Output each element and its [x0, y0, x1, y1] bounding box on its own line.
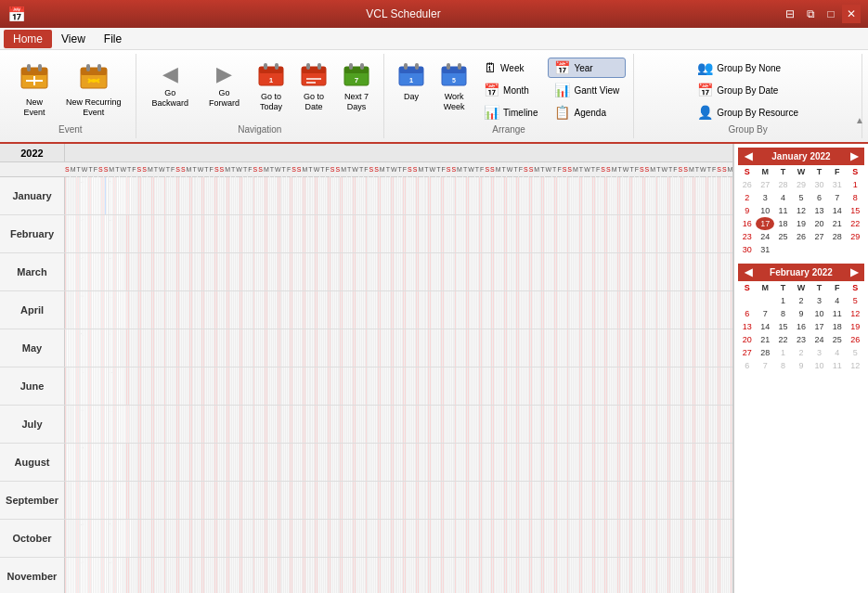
new-event-button[interactable]: NewEvent [13, 58, 56, 122]
mini-day-cell[interactable]: 16 [792, 320, 810, 333]
mini-day-cell[interactable]: 28 [756, 346, 773, 359]
day-button[interactable]: 1 Day [392, 58, 431, 107]
mini-day-cell[interactable]: 30 [738, 243, 756, 256]
mini-day-cell[interactable] [774, 243, 792, 256]
mini-day-cell[interactable]: 5 [847, 346, 864, 359]
mini-day-cell[interactable]: 30 [810, 178, 828, 191]
mini-day-cell[interactable]: 14 [828, 204, 846, 217]
mini-day-cell[interactable]: 27 [810, 230, 828, 243]
mini-day-cell[interactable]: 24 [756, 230, 773, 243]
mini-day-cell[interactable]: 2 [792, 346, 810, 359]
mini-day-cell[interactable]: 12 [792, 204, 810, 217]
day-cell-may-370[interactable] [731, 329, 732, 367]
mini-day-cell[interactable]: 5 [847, 294, 864, 307]
mini-day-cell[interactable]: 12 [847, 359, 864, 372]
mini-day-cell[interactable]: 7 [756, 307, 773, 320]
restore-button[interactable]: ⧉ [801, 5, 820, 23]
mini-day-cell[interactable] [847, 243, 864, 256]
day-cell-november-370[interactable] [731, 558, 732, 593]
mini-day-cell[interactable]: 10 [810, 359, 828, 372]
mini-day-cell[interactable]: 23 [792, 333, 810, 346]
mini-day-cell[interactable] [810, 243, 828, 256]
next-7-days-button[interactable]: 7 Next 7Days [337, 58, 376, 117]
mini-day-cell[interactable]: 7 [828, 191, 846, 204]
day-cell-february-370[interactable] [731, 215, 732, 252]
mini-day-cell[interactable]: 22 [847, 217, 864, 230]
mini-day-cell[interactable]: 29 [847, 230, 864, 243]
mini-day-cell[interactable]: 27 [738, 346, 756, 359]
mini-day-cell[interactable]: 16 [738, 217, 756, 230]
mini-day-cell[interactable]: 6 [738, 359, 756, 372]
mini-day-cell[interactable]: 17 [810, 320, 828, 333]
mini-day-cell[interactable]: 10 [756, 204, 773, 217]
group-none-button[interactable]: 👥 Group By None [691, 58, 805, 78]
day-cell-august-370[interactable] [731, 444, 732, 481]
mini-day-cell[interactable]: 5 [792, 191, 810, 204]
mini-day-cell[interactable]: 3 [810, 346, 828, 359]
mini-day-cell[interactable]: 20 [738, 333, 756, 346]
mini-cal-prev-0[interactable]: ◀ [742, 150, 755, 162]
mini-day-cell[interactable]: 11 [828, 307, 846, 320]
menu-file[interactable]: File [95, 30, 131, 48]
mini-day-cell[interactable]: 24 [810, 333, 828, 346]
mini-day-cell[interactable]: 1 [774, 346, 792, 359]
month-button[interactable]: 📅 Month [477, 80, 544, 100]
timeline-button[interactable]: 📊 Timeline [477, 102, 544, 122]
mini-day-cell[interactable]: 28 [774, 178, 792, 191]
gantt-button[interactable]: 📊 Gantt View [548, 80, 626, 100]
mini-day-cell[interactable]: 9 [738, 204, 756, 217]
mini-day-cell[interactable]: 20 [810, 217, 828, 230]
group-resource-button[interactable]: 👤 Group By Resource [691, 102, 805, 122]
mini-day-cell[interactable]: 15 [774, 320, 792, 333]
go-forward-button[interactable]: ▶ GoForward [201, 58, 248, 113]
mini-day-cell[interactable]: 23 [738, 230, 756, 243]
mini-day-cell[interactable]: 15 [847, 204, 864, 217]
mini-day-cell[interactable]: 7 [756, 359, 773, 372]
mini-day-cell[interactable]: 28 [828, 230, 846, 243]
mini-day-cell[interactable]: 13 [738, 320, 756, 333]
group-date-button[interactable]: 📅 Group By Date [691, 80, 805, 100]
mini-day-cell[interactable]: 19 [847, 320, 864, 333]
mini-day-cell[interactable]: 8 [847, 191, 864, 204]
go-backward-button[interactable]: ◀ GoBackward [144, 58, 198, 113]
new-recurring-button[interactable]: New RecurringEvent [59, 58, 128, 122]
mini-day-cell[interactable]: 18 [828, 320, 846, 333]
mini-day-cell[interactable]: 2 [738, 191, 756, 204]
mini-day-cell[interactable] [792, 243, 810, 256]
mini-day-cell[interactable] [756, 294, 773, 307]
mini-day-cell[interactable]: 3 [810, 294, 828, 307]
mini-day-cell[interactable]: 27 [756, 178, 773, 191]
year-button[interactable]: 📅 Year [548, 58, 626, 78]
mini-day-cell[interactable]: 4 [828, 294, 846, 307]
day-cell-july-370[interactable] [731, 406, 732, 443]
workweek-button[interactable]: 5 WorkWeek [434, 58, 473, 117]
mini-day-cell[interactable]: 1 [847, 178, 864, 191]
mini-day-cell[interactable]: 6 [810, 191, 828, 204]
mini-day-cell[interactable]: 29 [792, 178, 810, 191]
mini-day-cell[interactable]: 31 [756, 243, 773, 256]
mini-day-cell[interactable]: 21 [756, 333, 773, 346]
mini-day-cell[interactable]: 9 [792, 307, 810, 320]
go-to-date-button[interactable]: Go toDate [294, 58, 333, 117]
mini-day-cell[interactable]: 26 [847, 333, 864, 346]
mini-day-cell[interactable]: 8 [774, 359, 792, 372]
mini-day-cell[interactable]: 9 [792, 359, 810, 372]
menu-home[interactable]: Home [4, 30, 52, 48]
mini-day-cell[interactable] [738, 294, 756, 307]
minimize-button[interactable]: ⊟ [781, 5, 799, 23]
close-button[interactable]: ✕ [842, 5, 861, 23]
mini-day-cell[interactable]: 14 [756, 320, 773, 333]
mini-day-cell[interactable]: 13 [810, 204, 828, 217]
mini-day-cell[interactable]: 26 [738, 178, 756, 191]
mini-day-cell[interactable]: 4 [774, 191, 792, 204]
mini-day-cell[interactable]: 8 [774, 307, 792, 320]
day-cell-june-370[interactable] [731, 367, 732, 405]
menu-view[interactable]: View [52, 30, 95, 48]
mini-day-cell[interactable]: 17 [756, 217, 773, 230]
mini-day-cell[interactable]: 31 [828, 178, 846, 191]
mini-day-cell[interactable]: 3 [756, 191, 773, 204]
mini-day-cell[interactable]: 18 [774, 217, 792, 230]
mini-day-cell[interactable]: 11 [828, 359, 846, 372]
day-cell-january-370[interactable] [731, 177, 732, 214]
mini-cal-prev-1[interactable]: ◀ [742, 266, 755, 278]
